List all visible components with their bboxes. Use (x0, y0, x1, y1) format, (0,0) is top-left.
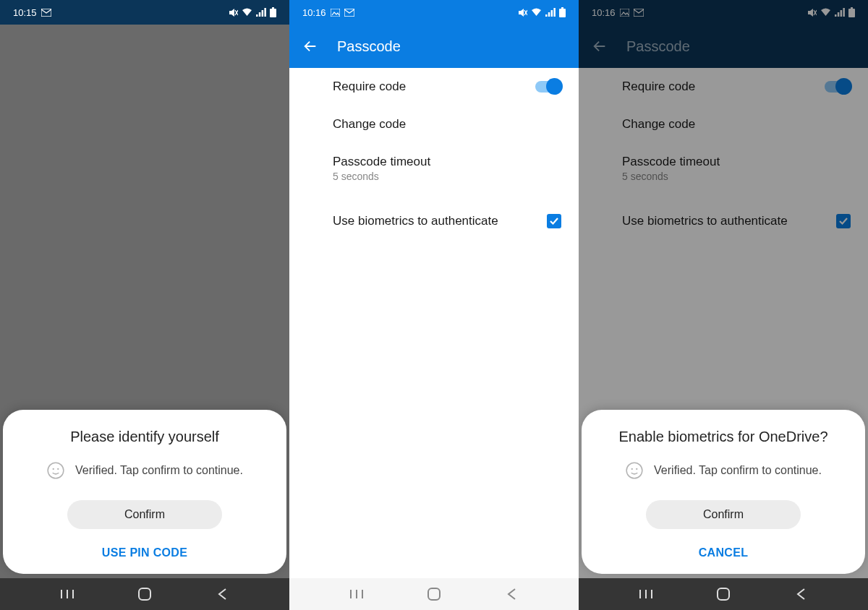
identify-sheet: Please identify yourself Verified. Tap c… (3, 410, 286, 574)
biometrics-sheet: Enable biometrics for OneDrive? Verified… (582, 410, 865, 574)
recents-button[interactable] (342, 580, 371, 609)
sheet-message-row: Verified. Tap confirm to continue. (16, 461, 273, 480)
appbar-title: Passcode (626, 38, 690, 55)
sheet-message: Verified. Tap confirm to continue. (75, 464, 243, 477)
svg-rect-4 (259, 12, 261, 17)
wifi-icon (242, 8, 252, 17)
back-button[interactable] (208, 580, 237, 609)
back-button[interactable] (786, 580, 815, 609)
svg-rect-38 (851, 7, 853, 9)
mail-icon (634, 9, 644, 17)
back-arrow-icon[interactable] (592, 38, 608, 54)
sheet-message-row: Verified. Tap confirm to continue. (595, 461, 852, 480)
status-time: 10:15 (13, 7, 37, 18)
svg-point-10 (53, 468, 54, 470)
sheet-title: Please identify yourself (16, 429, 273, 445)
svg-rect-34 (835, 14, 837, 17)
settings-list: Require code Change code Passcode timeou… (579, 68, 868, 240)
svg-rect-24 (561, 7, 563, 9)
mail-icon (344, 9, 354, 17)
svg-rect-16 (331, 9, 340, 17)
screen-passcode-settings: 10:16 Passcode Require code Change code … (289, 0, 579, 610)
use-pin-button[interactable]: USE PIN CODE (102, 546, 187, 559)
signal-icon (545, 8, 556, 17)
app-bar: Passcode (289, 25, 579, 68)
require-code-row[interactable]: Require code (579, 68, 868, 106)
battery-icon (848, 7, 855, 17)
svg-rect-29 (428, 588, 440, 600)
svg-rect-8 (270, 9, 276, 17)
home-button[interactable] (130, 580, 159, 609)
settings-list: Require code Change code Passcode timeou… (289, 68, 579, 240)
screen-identify: 10:15 Secured by Knox Please identify yo… (0, 0, 289, 610)
confirm-button[interactable]: Confirm (646, 500, 801, 529)
status-bar: 10:16 (579, 0, 868, 25)
sheet-title: Enable biometrics for OneDrive? (595, 429, 852, 445)
svg-rect-30 (620, 9, 629, 17)
wifi-icon (820, 8, 831, 17)
svg-point-40 (626, 463, 642, 478)
change-code-row[interactable]: Change code (289, 106, 579, 143)
svg-rect-7 (272, 7, 274, 9)
svg-rect-23 (553, 8, 556, 17)
recents-button[interactable] (53, 580, 82, 609)
svg-rect-5 (262, 10, 264, 17)
require-code-toggle[interactable] (825, 81, 851, 93)
biometrics-row[interactable]: Use biometrics to authenticate (579, 202, 868, 240)
status-time: 10:16 (592, 7, 616, 18)
screen-enable-biometrics: 10:16 Passcode Require code Change code … (579, 0, 868, 610)
signal-icon (256, 8, 266, 17)
cancel-button[interactable]: CANCEL (699, 546, 748, 559)
svg-rect-20 (545, 14, 548, 17)
svg-rect-25 (559, 9, 566, 17)
back-button[interactable] (497, 580, 526, 609)
svg-rect-37 (843, 8, 845, 17)
android-navbar (579, 578, 868, 610)
status-bar: 10:16 (289, 0, 579, 25)
mail-icon (41, 9, 51, 17)
svg-point-9 (48, 463, 64, 478)
svg-point-42 (636, 468, 637, 470)
android-navbar (289, 578, 579, 610)
mute-icon (228, 8, 238, 17)
image-icon (331, 9, 340, 17)
svg-rect-39 (848, 9, 855, 17)
image-icon (620, 9, 629, 17)
timeout-row[interactable]: Passcode timeout 5 seconds (289, 143, 579, 194)
svg-rect-15 (139, 588, 150, 600)
mute-icon (807, 8, 817, 17)
appbar-title: Passcode (337, 38, 401, 55)
wifi-icon (531, 8, 542, 17)
biometrics-row[interactable]: Use biometrics to authenticate (289, 202, 579, 240)
svg-rect-35 (838, 12, 840, 17)
svg-rect-21 (548, 12, 550, 17)
confirm-button[interactable]: Confirm (67, 500, 222, 529)
svg-rect-3 (256, 14, 258, 17)
require-code-row[interactable]: Require code (289, 68, 579, 106)
android-navbar (0, 578, 289, 610)
battery-icon (270, 7, 276, 17)
face-icon (46, 461, 65, 480)
recents-button[interactable] (631, 580, 660, 609)
svg-rect-46 (718, 588, 729, 600)
require-code-toggle[interactable] (535, 81, 561, 93)
change-code-row[interactable]: Change code (579, 106, 868, 143)
app-bar: Passcode (579, 25, 868, 68)
biometrics-checkbox[interactable] (836, 214, 851, 228)
status-bar: 10:15 (0, 0, 289, 25)
signal-icon (835, 8, 845, 17)
svg-point-41 (631, 468, 633, 470)
timeout-row[interactable]: Passcode timeout 5 seconds (579, 143, 868, 194)
home-button[interactable] (420, 580, 448, 609)
mute-icon (517, 8, 527, 17)
biometrics-checkbox[interactable] (547, 214, 561, 228)
sheet-message: Verified. Tap confirm to continue. (654, 464, 822, 477)
battery-icon (559, 7, 566, 17)
status-time: 10:16 (302, 7, 326, 18)
back-arrow-icon[interactable] (302, 38, 318, 54)
svg-rect-6 (264, 8, 266, 17)
face-icon (625, 461, 644, 480)
home-button[interactable] (709, 580, 738, 609)
svg-point-11 (57, 468, 59, 470)
svg-rect-22 (551, 10, 553, 17)
